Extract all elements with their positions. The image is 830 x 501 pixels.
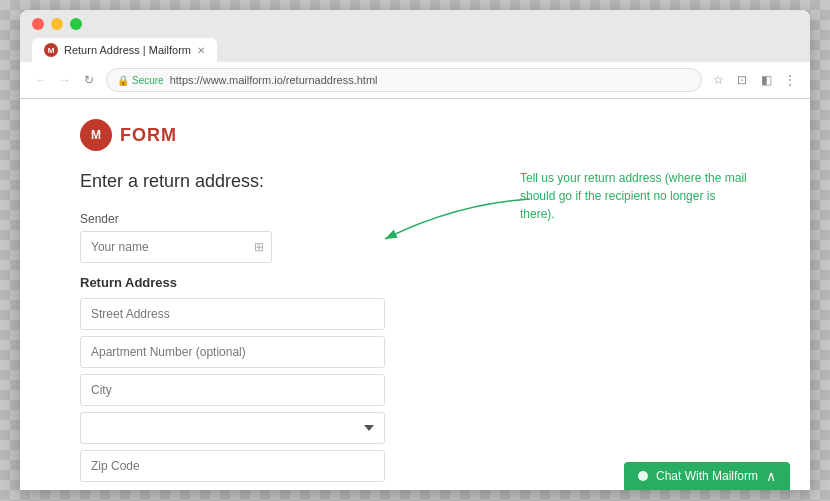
close-button[interactable] — [32, 18, 44, 30]
star-icon[interactable]: ☆ — [710, 72, 726, 88]
tab-favicon: M — [44, 43, 58, 57]
extension-icon[interactable]: ◧ — [758, 72, 774, 88]
secure-badge: 🔒 Secure — [117, 75, 164, 86]
minimize-button[interactable] — [51, 18, 63, 30]
cast-icon[interactable]: ⊡ — [734, 72, 750, 88]
tab-label: Return Address | Mailform — [64, 44, 191, 56]
state-select[interactable]: Alabama Alaska California New York Texas — [80, 412, 385, 444]
title-bar: M Return Address | Mailform ✕ — [20, 10, 810, 62]
street-address-input[interactable] — [80, 298, 385, 330]
url-text: https://www.mailform.io/returnaddress.ht… — [170, 74, 378, 86]
page-content: M FORM Tell us your return address (wher… — [20, 99, 810, 490]
city-input[interactable] — [80, 374, 385, 406]
logo-text: FORM — [120, 125, 177, 146]
forward-nav-icon[interactable]: → — [56, 71, 74, 89]
chat-status-dot — [638, 471, 648, 481]
tabs-bar: M Return Address | Mailform ✕ — [32, 38, 798, 62]
apt-number-input[interactable] — [80, 336, 385, 368]
nav-controls: ← → ↻ — [32, 71, 98, 89]
lock-icon: 🔒 — [117, 75, 129, 86]
chat-widget[interactable]: Chat With Mailform ∧ — [624, 462, 790, 490]
contact-icon: ⊞ — [254, 240, 264, 254]
sender-name-input[interactable] — [80, 231, 272, 263]
address-bar: ← → ↻ 🔒 Secure https://www.mailform.io/r… — [20, 62, 810, 99]
zip-code-input[interactable] — [80, 450, 385, 482]
arrow-annotation — [375, 194, 535, 254]
name-input-wrapper: ⊞ — [80, 231, 272, 263]
toolbar-right: ☆ ⊡ ◧ ⋮ — [710, 72, 798, 88]
url-bar[interactable]: 🔒 Secure https://www.mailform.io/returna… — [106, 68, 702, 92]
chevron-up-icon: ∧ — [766, 468, 776, 484]
return-address-label: Return Address — [80, 275, 480, 290]
secure-label: Secure — [132, 75, 164, 86]
active-tab[interactable]: M Return Address | Mailform ✕ — [32, 38, 217, 62]
refresh-icon[interactable]: ↻ — [80, 71, 98, 89]
logo-area: M FORM — [80, 119, 750, 151]
tooltip-text: Tell us your return address (where the m… — [520, 169, 750, 223]
menu-icon[interactable]: ⋮ — [782, 72, 798, 88]
chat-label: Chat With Mailform — [656, 469, 758, 483]
maximize-button[interactable] — [70, 18, 82, 30]
return-address-group: Return Address Alabama Alaska California — [80, 275, 480, 490]
back-nav-icon[interactable]: ← — [32, 71, 50, 89]
window-controls — [32, 18, 798, 30]
logo-icon: M — [80, 119, 112, 151]
tab-close-icon[interactable]: ✕ — [197, 45, 205, 56]
